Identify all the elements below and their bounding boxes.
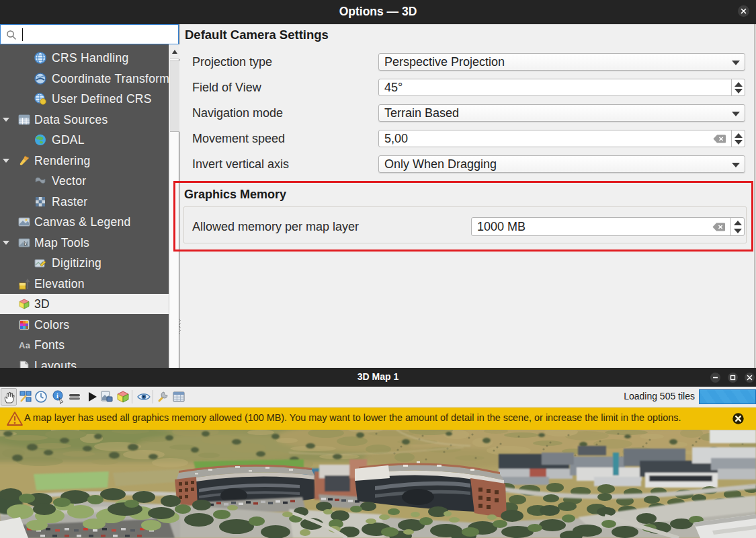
svg-text:i: i [56,392,58,399]
svg-text:Aa: Aa [19,340,30,350]
